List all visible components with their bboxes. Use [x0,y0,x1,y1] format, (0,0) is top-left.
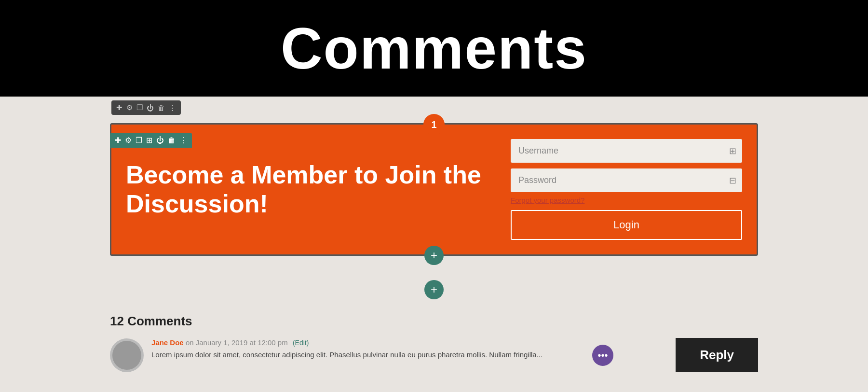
password-icon: ⊟ [729,175,736,186]
password-wrapper: ⊟ [511,168,742,192]
comment-author: Jane Doe [151,338,184,347]
username-icon: ⊞ [729,146,736,156]
login-widget-left: Become a Member to Join the Discussion! [126,161,511,219]
add-block-button-widget[interactable]: + [424,246,444,265]
forgot-password-link[interactable]: Forgot your password? [511,196,742,204]
grid-icon[interactable]: ⊞ [146,136,152,145]
username-input[interactable] [511,139,742,163]
add-block-button-below[interactable]: + [424,280,444,299]
comment-content: Jane Doe on January 1, 2019 at 12:00 pm … [151,338,758,361]
add-block-below-wrapper: + [0,280,868,299]
trash-icon-inner[interactable]: 🗑 [158,104,165,112]
page-header: Comments [0,0,868,97]
avatar [110,338,144,372]
password-input[interactable] [511,168,742,192]
comment-meta: Jane Doe on January 1, 2019 at 12:00 pm … [151,338,758,347]
login-form: ⊞ ⊟ Forgot your password? Login [511,139,742,240]
comment-menu-button[interactable]: ••• [592,345,613,366]
outer-toolbar[interactable]: ✚ ⚙ ❐ ⊞ ⏻ 🗑 ⋮ [110,133,192,148]
comment-edit-link[interactable]: (Edit) [293,339,309,347]
settings-icon[interactable]: ⚙ [125,136,132,145]
main-content: ✚ ⚙ ❐ ⊞ ⏻ 🗑 ⋮ 1 ✚ ⚙ ❐ ⏻ 🗑 ⋮ Become a Mem… [0,123,868,382]
add-icon[interactable]: ✚ [115,136,121,145]
avatar-image [112,341,141,370]
login-button[interactable]: Login [511,210,742,240]
power-icon-inner[interactable]: ⏻ [147,104,154,112]
settings-icon-inner[interactable]: ⚙ [126,103,133,112]
login-heading: Become a Member to Join the Discussion! [126,161,491,219]
duplicate-icon-inner[interactable]: ❐ [136,103,143,112]
comment-row: Jane Doe on January 1, 2019 at 12:00 pm … [110,338,758,372]
badge-number: 1 [423,114,445,135]
inner-toolbar[interactable]: ✚ ⚙ ❐ ⏻ 🗑 ⋮ [111,100,181,115]
comments-count: 12 Comments [110,314,758,329]
more-icon[interactable]: ⋮ [179,136,187,145]
comment-date: on January 1, 2019 at 12:00 pm [186,338,288,347]
trash-icon[interactable]: 🗑 [168,136,176,145]
duplicate-icon[interactable]: ❐ [136,136,142,145]
login-widget: 1 ✚ ⚙ ❐ ⏻ 🗑 ⋮ Become a Member to Join th… [110,123,758,256]
power-icon[interactable]: ⏻ [156,136,164,145]
add-icon-inner[interactable]: ✚ [116,103,122,112]
comment-text: Lorem ipsum dolor sit amet, consectetur … [151,350,758,361]
comments-section: 12 Comments Jane Doe on January 1, 2019 … [0,299,868,382]
page-title: Comments [281,15,587,82]
username-wrapper: ⊞ [511,139,742,163]
more-icon-inner[interactable]: ⋮ [169,103,176,112]
reply-button[interactable]: Reply [676,338,758,372]
